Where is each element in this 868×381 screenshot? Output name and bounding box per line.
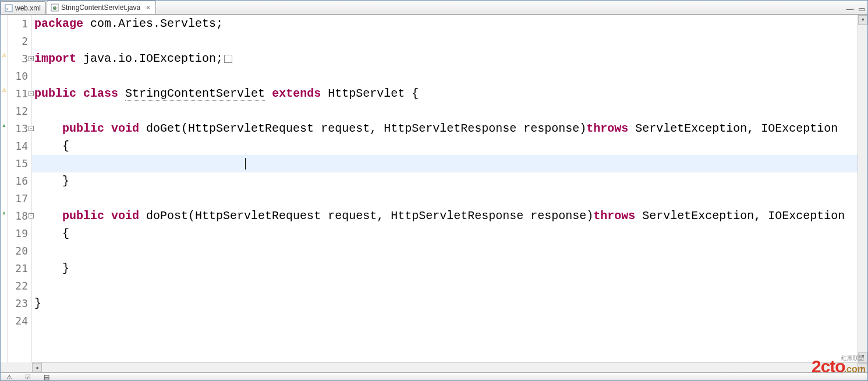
code-line (32, 190, 858, 207)
line-number-gutter: 1 2 3+ 10 11- 12 13- 14 15 16 17 18- 19 … (8, 15, 32, 362)
maximize-icon[interactable]: ▭ (856, 3, 867, 14)
line-number: 23 (8, 295, 28, 312)
line-number: 1 (8, 15, 28, 33)
tab-label: StringContentServlet.java (61, 3, 140, 12)
scrollbar-track[interactable] (858, 25, 867, 352)
text-caret (245, 158, 246, 170)
line-number: 12 (8, 103, 28, 120)
bottom-tab[interactable]: ⚠ (1, 373, 19, 380)
code-line: } (32, 295, 858, 312)
scroll-up-icon[interactable]: ▴ (858, 15, 867, 25)
bottom-view-tabbar: ⚠ ☑ ▤ (1, 372, 867, 380)
code-line: } (32, 172, 858, 190)
collapsed-region-icon[interactable] (224, 55, 232, 63)
line-number: 14 (8, 137, 28, 155)
vertical-scrollbar[interactable]: ▴ ▾ (858, 15, 867, 362)
code-line-current (32, 155, 858, 172)
bottom-tab[interactable]: ☑ (19, 373, 38, 380)
problems-icon: ⚠ (6, 373, 13, 380)
scroll-right-icon[interactable]: ▸ (858, 363, 867, 372)
line-number: 15 (8, 155, 28, 172)
line-number: 22 (8, 277, 28, 295)
editor-body: ⚠ ⚠ ▲ ▲ 1 2 3+ 10 11- 12 13- 14 15 16 17… (1, 15, 867, 362)
java-file-icon: J (51, 3, 59, 12)
code-line (32, 68, 858, 85)
line-number: 16 (8, 172, 28, 190)
warning-icon: ⚠ (1, 87, 7, 93)
code-line (32, 33, 858, 50)
line-number: 21 (8, 260, 28, 277)
override-icon: ▲ (1, 210, 7, 216)
bottom-tab[interactable]: ▤ (38, 373, 56, 380)
code-line (32, 103, 858, 120)
code-line: public void doPost(HttpServletRequest re… (32, 207, 858, 225)
code-area[interactable]: package com.Aries.Servlets; import java.… (32, 15, 858, 362)
code-line: import java.io.IOException; (32, 50, 858, 68)
tab-web-xml[interactable]: x web.xml (1, 1, 46, 14)
line-number: 20 (8, 242, 28, 260)
line-number: 10 (8, 68, 28, 85)
code-line: { (32, 137, 858, 155)
console-icon: ▤ (44, 373, 51, 380)
close-icon[interactable]: ✕ (145, 5, 151, 10)
line-number: 18- (8, 207, 28, 225)
editor-tabbar: x web.xml J StringContentServlet.java ✕ … (1, 1, 867, 15)
tasks-icon: ☑ (25, 373, 32, 380)
code-line: public class StringContentServlet extend… (32, 85, 858, 103)
code-line: package com.Aries.Servlets; (32, 15, 858, 33)
svg-text:J: J (54, 6, 55, 10)
line-number: 19 (8, 225, 28, 242)
line-number: 24 (8, 312, 28, 330)
code-line: { (32, 225, 858, 242)
override-icon: ▲ (1, 122, 7, 128)
scroll-left-icon[interactable]: ◂ (32, 363, 42, 372)
scroll-down-icon[interactable]: ▾ (858, 352, 867, 362)
warning-icon: ⚠ (1, 52, 7, 58)
xml-file-icon: x (5, 4, 13, 12)
line-number: 3+ (8, 50, 28, 68)
marker-column: ⚠ ⚠ ▲ ▲ (1, 15, 8, 362)
tab-label: web.xml (15, 4, 41, 12)
tab-stringcontentservlet[interactable]: J StringContentServlet.java ✕ (47, 1, 156, 14)
code-line (32, 242, 858, 260)
svg-text:x: x (6, 7, 9, 11)
code-line (32, 312, 858, 330)
editor-window: x web.xml J StringContentServlet.java ✕ … (0, 0, 868, 381)
code-line (32, 277, 858, 295)
scrollbar-track[interactable] (42, 363, 858, 372)
code-line: public void doGet(HttpServletRequest req… (32, 120, 858, 137)
line-number: 2 (8, 33, 28, 50)
minimize-icon[interactable]: — (845, 3, 855, 14)
line-number: 17 (8, 190, 28, 207)
horizontal-scrollbar[interactable]: ◂ ▸ (32, 362, 867, 372)
line-number: 11- (8, 85, 28, 103)
code-line: } (32, 260, 858, 277)
line-number: 13- (8, 120, 28, 137)
